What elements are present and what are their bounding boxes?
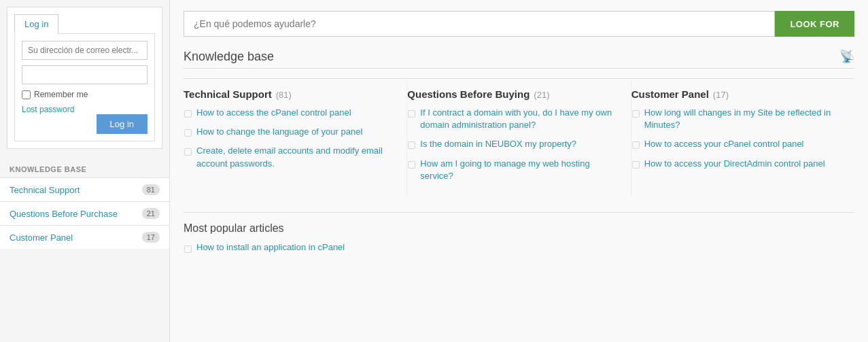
login-section: Log in Remember me Lost password Log in: [7, 7, 162, 149]
lost-password-link[interactable]: Lost password: [22, 105, 147, 114]
sidebar-item-technical-support[interactable]: Technical Support 81: [0, 178, 169, 201]
document-icon: ▢: [631, 139, 640, 150]
sidebar-item-label: Technical Support: [10, 185, 80, 195]
article-link[interactable]: How to access the cPanel control panel: [196, 107, 351, 119]
article-item: ▢ How to access the cPanel control panel: [184, 107, 400, 119]
remember-row: Remember me: [22, 90, 147, 99]
rss-icon[interactable]: 📡: [839, 49, 854, 64]
document-icon: ▢: [631, 158, 640, 169]
popular-article-link[interactable]: How to install an application in cPanel: [196, 241, 345, 254]
sidebar-item-label: Customer Panel: [10, 233, 73, 243]
search-bar: LOOK FOR: [184, 11, 854, 37]
category-header: Customer Panel (17): [631, 88, 848, 100]
popular-item: ▢ How to install an application in cPane…: [184, 241, 854, 254]
document-icon: ▢: [631, 107, 640, 118]
article-link[interactable]: If I contract a domain with you, do I ha…: [420, 107, 623, 131]
category-count: (17): [713, 90, 729, 100]
main-content: LOOK FOR Knowledge base 📡 Technical Supp…: [170, 0, 868, 342]
category-questions-before-buying: Questions Before Buying (21) ▢ If I cont…: [407, 79, 631, 196]
category-technical-support: Technical Support (81) ▢ How to access t…: [184, 79, 407, 196]
email-field[interactable]: [22, 41, 147, 60]
kb-main-title: Knowledge base: [184, 50, 274, 64]
document-icon: ▢: [407, 139, 416, 150]
article-list: ▢ How long will changes in my Site be re…: [631, 107, 848, 170]
category-name: Customer Panel: [631, 88, 709, 100]
article-link[interactable]: How to access your cPanel control panel: [644, 138, 804, 150]
password-field[interactable]: [22, 65, 147, 84]
login-tab[interactable]: Log in: [14, 14, 58, 34]
article-item: ▢ How to change the language of your pan…: [184, 126, 400, 138]
document-icon: ▢: [184, 126, 192, 137]
remember-label: Remember me: [34, 90, 88, 99]
kb-section-title: KNOWLEDGE BASE: [0, 156, 169, 177]
search-input[interactable]: [184, 11, 775, 37]
article-link[interactable]: How to change the language of your panel: [196, 126, 362, 138]
list-item: Technical Support 81: [0, 177, 169, 201]
article-item: ▢ How am I going to manage my web hostin…: [407, 158, 623, 182]
kb-nav-list: Technical Support 81 Questions Before Pu…: [0, 177, 169, 249]
category-count: (21): [534, 90, 549, 100]
article-item: ▢ Create, delete email accounts and modi…: [184, 145, 400, 169]
popular-title: Most popular articles: [184, 222, 854, 235]
article-link[interactable]: How long will changes in my Site be refl…: [644, 107, 848, 131]
login-form: Remember me Lost password Log in: [14, 33, 155, 141]
article-item: ▢ How to access your DirectAdmin control…: [631, 158, 848, 170]
article-list: ▢ If I contract a domain with you, do I …: [407, 107, 623, 182]
article-item: ▢ How to access your cPanel control pane…: [631, 138, 848, 150]
article-link[interactable]: How am I going to manage my web hosting …: [420, 158, 623, 182]
kb-count-badge: 81: [142, 184, 160, 195]
document-icon: ▢: [407, 158, 416, 169]
document-icon: ▢: [407, 107, 416, 118]
category-customer-panel: Customer Panel (17) ▢ How long will chan…: [631, 79, 854, 196]
tab-row: Log in: [14, 14, 155, 34]
category-name: Technical Support: [184, 88, 272, 100]
article-link[interactable]: How to access your DirectAdmin control p…: [644, 158, 825, 170]
kb-count-badge: 21: [142, 208, 160, 219]
category-header: Questions Before Buying (21): [407, 88, 623, 100]
category-header: Technical Support (81): [184, 88, 400, 100]
kb-header: Knowledge base 📡: [184, 49, 854, 69]
article-item: ▢ How long will changes in my Site be re…: [631, 107, 848, 131]
sidebar-item-label: Questions Before Purchase: [10, 209, 118, 219]
article-list: ▢ How to access the cPanel control panel…: [184, 107, 400, 170]
kb-count-badge: 17: [142, 232, 160, 243]
remember-checkbox[interactable]: [22, 90, 31, 99]
login-button[interactable]: Log in: [97, 114, 147, 134]
article-link[interactable]: Create, delete email accounts and modify…: [196, 145, 400, 169]
article-item: ▢ Is the domain in NEUBOX my property?: [407, 138, 623, 150]
list-item: Questions Before Purchase 21: [0, 201, 169, 225]
sidebar-item-questions-before-purchase[interactable]: Questions Before Purchase 21: [0, 202, 169, 225]
document-icon: ▢: [184, 107, 192, 118]
sidebar-item-customer-panel[interactable]: Customer Panel 17: [0, 226, 169, 249]
article-link[interactable]: Is the domain in NEUBOX my property?: [420, 138, 576, 150]
popular-section: Most popular articles ▢ How to install a…: [184, 212, 854, 254]
document-icon: ▢: [184, 146, 192, 156]
search-button[interactable]: LOOK FOR: [775, 11, 854, 37]
document-icon: ▢: [184, 243, 192, 254]
article-item: ▢ If I contract a domain with you, do I …: [407, 107, 623, 131]
sidebar: Log in Remember me Lost password Log in …: [0, 0, 170, 342]
category-name: Questions Before Buying: [407, 88, 530, 100]
list-item: Customer Panel 17: [0, 225, 169, 249]
category-count: (81): [276, 90, 292, 100]
categories-container: Technical Support (81) ▢ How to access t…: [184, 78, 854, 196]
